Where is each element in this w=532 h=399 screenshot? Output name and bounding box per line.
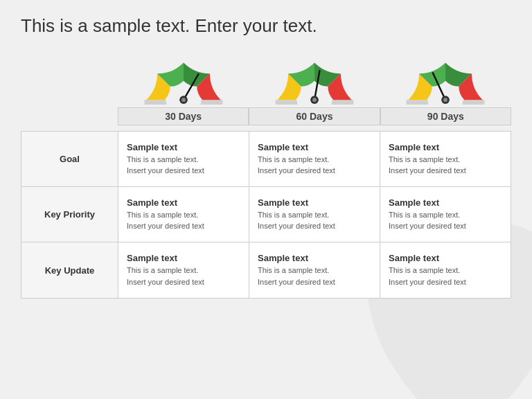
table-cell-1-1: Sample textThis is a sample text. Insert… <box>249 187 380 242</box>
table-cell-2-2: Sample textThis is a sample text. Insert… <box>380 242 511 298</box>
cell-title: Sample text <box>258 253 371 263</box>
table-cell-0-1: Sample textThis is a sample text. Insert… <box>249 132 380 187</box>
svg-point-8 <box>443 98 447 102</box>
table-cell-0-0: Sample textThis is a sample text. Insert… <box>118 132 249 187</box>
main-table: GoalKey PriorityKey Update Sample textTh… <box>21 131 511 299</box>
cell-title: Sample text <box>258 142 371 152</box>
table-cell-0-2: Sample textThis is a sample text. Insert… <box>380 132 511 187</box>
gauge-2 <box>397 49 494 105</box>
cell-body: This is a sample text. Insert your desir… <box>127 265 240 287</box>
table-col-2: Sample textThis is a sample text. Insert… <box>380 132 511 298</box>
row-labels: GoalKey PriorityKey Update <box>21 132 118 298</box>
gauges-row: 30 Days 60 Days 90 Days <box>21 49 511 125</box>
cell-body: This is a sample text. Insert your desir… <box>389 154 502 177</box>
cell-title: Sample text <box>389 197 502 208</box>
row-label-0: Goal <box>21 132 118 187</box>
gauge-label-2: 90 Days <box>380 107 511 125</box>
cell-title: Sample text <box>127 253 240 263</box>
gauge-label-0: 30 Days <box>118 107 249 125</box>
cell-title: Sample text <box>389 253 502 263</box>
cell-body: This is a sample text. Insert your desir… <box>258 154 371 177</box>
row-label-2: Key Update <box>21 242 118 298</box>
svg-point-2 <box>181 98 186 102</box>
table-cols: Sample textThis is a sample text. Insert… <box>118 132 511 298</box>
gauge-label-1: 60 Days <box>249 107 380 125</box>
gauge-1 <box>266 49 363 105</box>
row-label-1: Key Priority <box>21 187 118 242</box>
cell-title: Sample text <box>258 197 371 208</box>
gauge-0 <box>135 49 232 105</box>
table-cell-2-0: Sample textThis is a sample text. Insert… <box>118 242 249 298</box>
table-col-0: Sample textThis is a sample text. Insert… <box>118 132 249 298</box>
gauge-col-2: 90 Days <box>380 49 511 125</box>
svg-point-5 <box>312 98 317 102</box>
cell-title: Sample text <box>389 142 502 152</box>
gauge-col-1: 60 Days <box>249 49 380 125</box>
cell-title: Sample text <box>127 197 240 208</box>
table-cell-2-1: Sample textThis is a sample text. Insert… <box>249 242 380 298</box>
cell-body: This is a sample text. Insert your desir… <box>389 209 502 232</box>
table-cell-1-2: Sample textThis is a sample text. Insert… <box>380 187 511 242</box>
table-cell-1-0: Sample textThis is a sample text. Insert… <box>118 187 249 242</box>
cell-body: This is a sample text. Insert your desir… <box>258 209 371 232</box>
cell-title: Sample text <box>127 142 240 152</box>
cell-body: This is a sample text. Insert your desir… <box>258 265 371 287</box>
page-title: This is a sample text. Enter your text. <box>21 15 511 37</box>
gauge-col-0: 30 Days <box>118 49 249 125</box>
cell-body: This is a sample text. Insert your desir… <box>389 265 502 287</box>
table-col-1: Sample textThis is a sample text. Insert… <box>249 132 380 298</box>
cell-body: This is a sample text. Insert your desir… <box>127 154 240 177</box>
cell-body: This is a sample text. Insert your desir… <box>127 209 240 232</box>
